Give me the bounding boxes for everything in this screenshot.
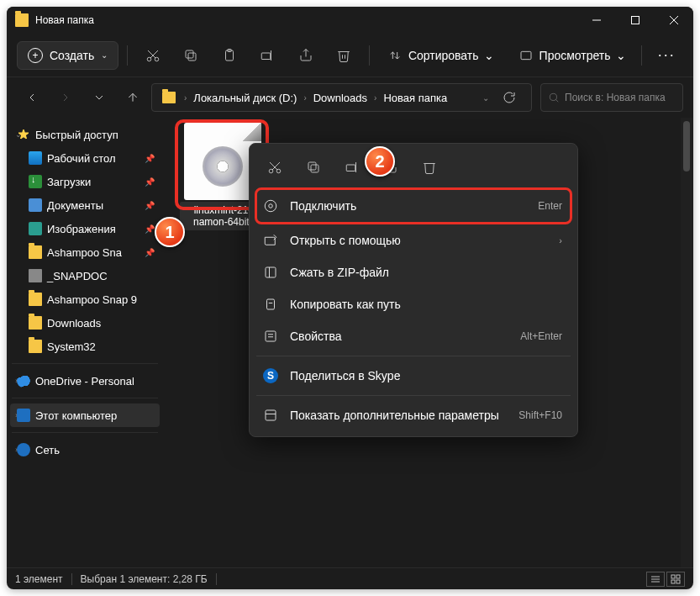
svg-rect-48 <box>671 580 675 583</box>
breadcrumb-seg[interactable]: Новая папка <box>382 92 449 104</box>
svg-rect-29 <box>346 165 355 171</box>
ctx-copy-button[interactable] <box>295 152 332 182</box>
sidebar-this-pc[interactable]: ›Этот компьютер <box>10 403 160 427</box>
cloud-icon <box>17 374 30 388</box>
breadcrumb-seg[interactable]: Локальный диск (D:) <box>192 92 298 104</box>
scrollbar[interactable] <box>681 118 692 567</box>
rename-button[interactable] <box>251 40 284 71</box>
folder-icon <box>29 269 42 282</box>
sidebar-quick-access[interactable]: ⌄ Быстрый доступ <box>10 123 160 146</box>
ctx-mount[interactable]: Подключить Enter <box>255 187 572 224</box>
folder-icon <box>15 13 29 27</box>
svg-point-33 <box>269 204 273 208</box>
sidebar-item[interactable]: Ashampoo Sna📌 <box>10 240 160 264</box>
folder-icon <box>162 92 176 103</box>
maximize-button[interactable] <box>616 7 655 34</box>
svg-rect-1 <box>632 17 639 24</box>
folder-icon <box>29 316 42 330</box>
svg-rect-27 <box>311 165 318 172</box>
sidebar-item-pictures[interactable]: Изображения📌 <box>10 217 160 240</box>
svg-rect-8 <box>188 53 196 61</box>
toolbar: + Создать ⌄ Сортировать ⌄ Просмотреть ⌄ … <box>7 34 693 77</box>
ctx-skype[interactable]: S Поделиться в Skype <box>255 360 572 392</box>
sidebar-item[interactable]: _SNAPDOC <box>10 264 160 287</box>
refresh-button[interactable] <box>494 82 524 113</box>
annotation-badge-1: 1 <box>155 217 185 247</box>
sidebar-item-desktop[interactable]: Рабочий стол📌 <box>10 146 160 170</box>
icons-view-button[interactable] <box>666 572 685 587</box>
sidebar-item[interactable]: Ashampoo Snap 9 <box>10 287 160 311</box>
status-count: 1 элемент <box>15 573 63 585</box>
ctx-zip[interactable]: Сжать в ZIP-файл <box>255 256 572 288</box>
breadcrumb[interactable]: › Локальный диск (D:) › Downloads › Нова… <box>151 83 532 112</box>
svg-rect-49 <box>676 580 680 583</box>
status-selection: Выбран 1 элемент: 2,28 ГБ <box>81 573 208 585</box>
svg-rect-38 <box>266 331 276 341</box>
window-title: Новая папка <box>35 14 94 26</box>
search-placeholder: Поиск в: Новая папка <box>565 92 666 103</box>
ctx-properties[interactable]: Свойства Alt+Enter <box>255 320 572 352</box>
svg-rect-47 <box>676 575 680 578</box>
ctx-copy-path[interactable]: Копировать как путь <box>255 288 572 320</box>
ctx-delete-button[interactable] <box>411 152 448 182</box>
pin-icon: 📌 <box>145 154 155 163</box>
close-button[interactable] <box>655 7 693 34</box>
pin-icon: 📌 <box>145 224 155 234</box>
folder-icon <box>29 293 42 306</box>
cut-button[interactable] <box>136 40 169 71</box>
sidebar-item-documents[interactable]: Документы📌 <box>10 193 160 217</box>
pictures-icon <box>29 222 42 235</box>
up-button[interactable] <box>118 82 148 113</box>
status-bar: 1 элемент Выбран 1 элемент: 2,28 ГБ <box>7 567 693 589</box>
sort-button[interactable]: Сортировать ⌄ <box>378 40 504 71</box>
ctx-open-with[interactable]: Открыть с помощью › <box>255 224 572 256</box>
sidebar-item[interactable]: Downloads <box>10 311 160 335</box>
svg-rect-19 <box>521 51 531 59</box>
svg-rect-28 <box>308 162 316 170</box>
share-button[interactable] <box>289 40 322 71</box>
navigation-row: › Локальный диск (D:) › Downloads › Нова… <box>7 77 693 118</box>
search-input[interactable]: Поиск в: Новая папка <box>540 83 683 112</box>
folder-icon <box>29 340 42 353</box>
paste-button[interactable] <box>213 40 245 71</box>
sort-label: Сортировать <box>408 49 479 62</box>
ctx-cut-button[interactable] <box>256 152 293 182</box>
sidebar-onedrive[interactable]: ›OneDrive - Personal <box>10 369 160 393</box>
delete-button[interactable] <box>327 40 360 71</box>
sidebar-item-downloads[interactable]: Загрузки📌 <box>10 170 160 193</box>
back-button[interactable] <box>17 82 47 113</box>
context-menu: Подключить Enter Открыть с помощью › Сжа… <box>249 143 578 437</box>
svg-rect-46 <box>671 575 675 578</box>
ctx-more-options[interactable]: Показать дополнительные параметры Shift+… <box>255 399 572 431</box>
recent-button[interactable] <box>84 82 114 113</box>
download-icon <box>29 175 42 188</box>
view-button[interactable]: Просмотреть ⌄ <box>509 40 636 71</box>
svg-point-21 <box>550 93 556 100</box>
minimize-button[interactable] <box>577 7 616 34</box>
forward-button[interactable] <box>50 82 81 113</box>
new-button[interactable]: + Создать ⌄ <box>17 41 118 70</box>
copy-button[interactable] <box>175 40 208 71</box>
sidebar-item[interactable]: System32 <box>10 335 160 358</box>
svg-point-32 <box>265 200 276 212</box>
sidebar: ⌄ Быстрый доступ Рабочий стол📌 Загрузки📌… <box>7 118 163 567</box>
new-label: Создать <box>50 49 94 62</box>
svg-rect-36 <box>267 299 275 309</box>
svg-rect-41 <box>266 410 276 420</box>
network-icon <box>17 443 30 456</box>
content-area: linuxmint-21-namon-64bit. 1 2 Подключить… <box>163 118 693 567</box>
svg-line-22 <box>555 99 558 102</box>
annotation-badge-2: 2 <box>365 146 395 177</box>
skype-icon: S <box>263 368 278 383</box>
folder-icon <box>29 245 42 259</box>
titlebar: Новая папка <box>7 7 693 34</box>
pin-icon: 📌 <box>145 248 155 257</box>
details-view-button[interactable] <box>646 572 665 587</box>
svg-rect-12 <box>262 53 271 60</box>
sidebar-network[interactable]: ›Сеть <box>10 438 160 462</box>
svg-rect-9 <box>186 50 193 58</box>
breadcrumb-seg[interactable]: Downloads <box>312 92 369 104</box>
svg-rect-34 <box>266 267 276 277</box>
more-button[interactable]: ··· <box>650 46 683 64</box>
view-label: Просмотреть <box>539 49 611 62</box>
